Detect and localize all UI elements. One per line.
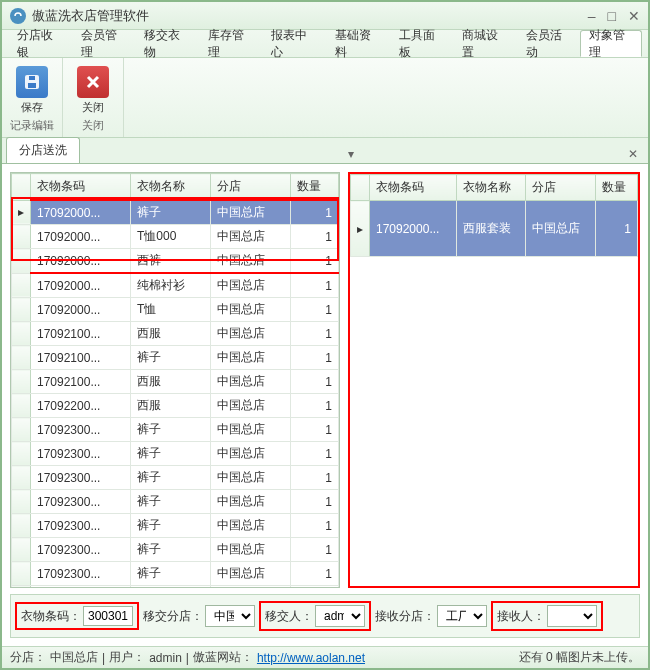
table-row[interactable]: ▸17092000...西服套装中国总店1 xyxy=(351,201,638,257)
menu-item-6[interactable]: 工具面板 xyxy=(390,30,452,57)
save-icon xyxy=(16,66,48,98)
column-header[interactable]: 衣物条码 xyxy=(370,175,457,201)
table-row[interactable]: 17092300...裤子中国总店1 xyxy=(12,562,339,586)
submit-person-field: 移交人： admin xyxy=(259,601,371,631)
menu-item-7[interactable]: 商城设置 xyxy=(453,30,515,57)
table-row[interactable]: 17092100...西服中国总店1 xyxy=(12,370,339,394)
table-row[interactable]: 17092300...裤子中国总店1 xyxy=(12,490,339,514)
close-button[interactable]: 关闭 xyxy=(69,62,117,118)
menu-item-4[interactable]: 报表中心 xyxy=(262,30,324,57)
left-table: 衣物条码衣物名称分店数量 ▸17092000...裤子中国总店117092000… xyxy=(11,173,339,588)
menubar: 分店收银会员管理移交衣物库存管理报表中心基础资料工具面板商城设置会员活动对象管理 xyxy=(2,30,648,58)
table-row[interactable]: 17092300...裤子中国总店1 xyxy=(12,538,339,562)
tabstrip: 分店送洗 ▾ ✕ xyxy=(2,138,648,164)
barcode-field: 衣物条码： xyxy=(15,602,139,630)
tab-dropdown-icon[interactable]: ▾ xyxy=(342,145,360,163)
menu-item-8[interactable]: 会员活动 xyxy=(517,30,579,57)
table-row[interactable]: 17092000...T恤000中国总店1 xyxy=(12,225,339,249)
table-row[interactable]: 17092100...西服中国总店1 xyxy=(12,322,339,346)
site-link[interactable]: http://www.aolan.net xyxy=(257,651,365,665)
svg-rect-1 xyxy=(28,83,36,88)
ribbon: 保存 记录编辑 关闭 关闭 xyxy=(2,58,648,138)
menu-item-2[interactable]: 移交衣物 xyxy=(135,30,197,57)
table-row[interactable]: 17092300...裤子中国总店1 xyxy=(12,586,339,589)
barcode-input[interactable] xyxy=(83,606,133,626)
close-icon xyxy=(77,66,109,98)
receive-person-field: 接收人： xyxy=(491,601,603,631)
column-header[interactable]: 数量 xyxy=(290,174,338,201)
column-header[interactable]: 衣物条码 xyxy=(31,174,131,201)
menu-item-9[interactable]: 对象管理 xyxy=(580,30,642,57)
receive-person-select[interactable] xyxy=(547,605,597,627)
left-table-container[interactable]: 衣物条码衣物名称分店数量 ▸17092000...裤子中国总店117092000… xyxy=(10,172,340,588)
statusbar: 分店：中国总店 | 用户：admin | 傲蓝网站： http://www.ao… xyxy=(2,646,648,668)
submit-person-select[interactable]: admin xyxy=(315,605,365,627)
tab-close-icon[interactable]: ✕ xyxy=(622,145,644,163)
save-button[interactable]: 保存 xyxy=(8,62,56,118)
right-table: 衣物条码衣物名称分店数量 ▸17092000...西服套装中国总店1 xyxy=(350,174,638,257)
table-row[interactable]: 17092000...纯棉衬衫中国总店1 xyxy=(12,273,339,298)
maximize-button[interactable]: □ xyxy=(608,8,616,24)
receive-store-field: 接收分店： 工厂 xyxy=(375,605,487,627)
submit-store-select[interactable]: 中国总 xyxy=(205,605,255,627)
table-row[interactable]: 17092300...裤子中国总店1 xyxy=(12,442,339,466)
column-header[interactable]: 分店 xyxy=(526,175,595,201)
content-area: 衣物条码衣物名称分店数量 ▸17092000...裤子中国总店117092000… xyxy=(2,164,648,646)
window-title: 傲蓝洗衣店管理软件 xyxy=(32,7,588,25)
table-row[interactable]: 17092000...T恤中国总店1 xyxy=(12,298,339,322)
column-header[interactable]: 衣物名称 xyxy=(456,175,525,201)
form-row: 衣物条码： 移交分店： 中国总 移交人： admin 接收分店： 工厂 接收人： xyxy=(10,594,640,638)
table-row[interactable]: ▸17092000...裤子中国总店1 xyxy=(12,200,339,225)
svg-rect-2 xyxy=(29,76,35,80)
app-window: 傲蓝洗衣店管理软件 – □ ✕ 分店收银会员管理移交衣物库存管理报表中心基础资料… xyxy=(0,0,650,670)
minimize-button[interactable]: – xyxy=(588,8,596,24)
receive-store-select[interactable]: 工厂 xyxy=(437,605,487,627)
menu-item-1[interactable]: 会员管理 xyxy=(72,30,134,57)
table-row[interactable]: 17092300...裤子中国总店1 xyxy=(12,514,339,538)
menu-item-5[interactable]: 基础资料 xyxy=(326,30,388,57)
table-row[interactable]: 17092100...裤子中国总店1 xyxy=(12,346,339,370)
right-table-container[interactable]: 衣物条码衣物名称分店数量 ▸17092000...西服套装中国总店1 xyxy=(348,172,640,588)
tab-branch-wash[interactable]: 分店送洗 xyxy=(6,137,80,163)
table-row[interactable]: 17092300...裤子中国总店1 xyxy=(12,418,339,442)
table-row[interactable]: 17092200...西服中国总店1 xyxy=(12,394,339,418)
table-row[interactable]: 17092300...裤子中国总店1 xyxy=(12,466,339,490)
menu-item-0[interactable]: 分店收银 xyxy=(8,30,70,57)
column-header[interactable]: 衣物名称 xyxy=(130,174,210,201)
column-header[interactable]: 数量 xyxy=(595,175,637,201)
column-header[interactable]: 分店 xyxy=(210,174,290,201)
close-window-button[interactable]: ✕ xyxy=(628,8,640,24)
app-icon xyxy=(10,8,26,24)
submit-store-field: 移交分店： 中国总 xyxy=(143,605,255,627)
menu-item-3[interactable]: 库存管理 xyxy=(199,30,261,57)
table-row[interactable]: 17092000...西裤中国总店1 xyxy=(12,249,339,274)
